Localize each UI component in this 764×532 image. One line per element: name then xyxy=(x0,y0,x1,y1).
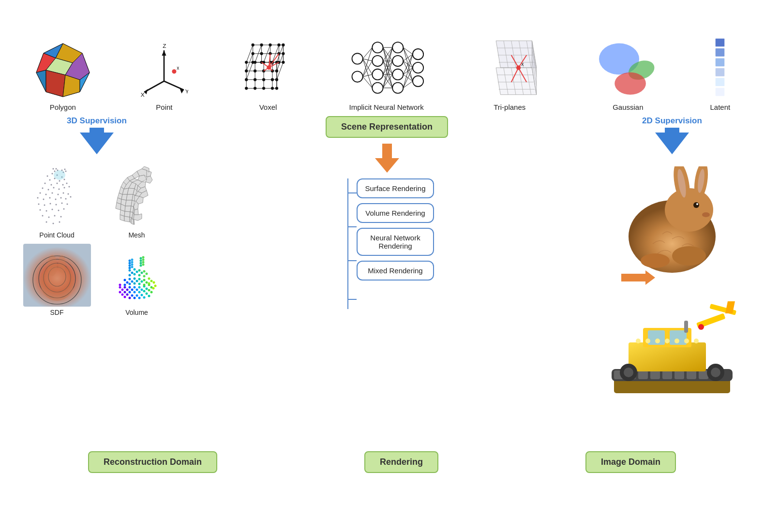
svg-point-307 xyxy=(126,289,128,291)
svg-point-208 xyxy=(65,198,66,200)
svg-point-219 xyxy=(58,210,59,211)
svg-point-170 xyxy=(614,73,646,95)
svg-point-75 xyxy=(254,78,256,81)
svg-point-335 xyxy=(152,281,155,284)
svg-point-53 xyxy=(282,44,285,46)
svg-text:X: X xyxy=(141,91,145,98)
point-label: Point xyxy=(156,103,172,111)
svg-point-222 xyxy=(48,217,49,218)
svg-point-304 xyxy=(123,296,126,298)
svg-point-70 xyxy=(254,70,256,73)
svg-marker-14 xyxy=(162,50,166,56)
svg-point-294 xyxy=(47,255,57,276)
svg-point-327 xyxy=(145,288,148,290)
svg-point-309 xyxy=(126,294,128,296)
svg-point-210 xyxy=(38,204,39,205)
svg-point-193 xyxy=(53,187,54,189)
svg-point-218 xyxy=(51,209,53,210)
svg-point-188 xyxy=(56,183,58,184)
reconstruction-domain-box: Reconstruction Domain xyxy=(88,451,217,473)
svg-point-236 xyxy=(54,170,65,180)
svg-point-373 xyxy=(131,261,133,264)
polygon-icon xyxy=(34,41,92,99)
svg-point-344 xyxy=(133,278,135,280)
svg-marker-6 xyxy=(36,70,46,92)
svg-point-73 xyxy=(275,70,278,73)
center-col: Scene Representation Surface Rendering xyxy=(319,116,455,314)
svg-line-112 xyxy=(362,74,372,77)
svg-point-330 xyxy=(148,295,150,297)
svg-point-315 xyxy=(133,297,135,299)
svg-point-322 xyxy=(140,289,143,291)
svg-point-179 xyxy=(51,173,53,175)
svg-point-54 xyxy=(251,52,254,55)
svg-point-55 xyxy=(260,52,263,55)
svg-point-349 xyxy=(138,283,140,285)
svg-rect-176 xyxy=(716,88,725,96)
svg-marker-281 xyxy=(134,214,142,221)
svg-point-216 xyxy=(39,209,41,211)
point-cloud-image xyxy=(23,166,91,229)
svg-point-422 xyxy=(655,339,660,343)
svg-point-325 xyxy=(143,296,145,299)
svg-point-378 xyxy=(139,262,142,265)
rendered-lego-icon xyxy=(604,294,740,400)
neural-label: Implicit Neural Network xyxy=(349,103,424,111)
latent-item: Latent xyxy=(710,36,730,111)
svg-point-201 xyxy=(62,192,64,194)
svg-point-396 xyxy=(693,202,699,208)
svg-point-98 xyxy=(372,83,383,93)
polygon-label: Polygon xyxy=(50,103,76,111)
svg-point-195 xyxy=(63,187,65,189)
svg-marker-271 xyxy=(116,203,121,210)
svg-point-431 xyxy=(698,324,704,330)
arrow-3d-icon xyxy=(73,128,121,157)
svg-point-182 xyxy=(49,179,50,181)
supervision-3d-label: 3D Supervision xyxy=(67,116,127,126)
svg-point-358 xyxy=(128,274,131,277)
svg-point-199 xyxy=(51,192,53,194)
svg-rect-410 xyxy=(687,370,696,379)
svg-point-215 xyxy=(66,204,68,205)
svg-line-107 xyxy=(362,59,372,61)
svg-point-58 xyxy=(282,52,285,55)
triplanes-label: Tri-planes xyxy=(494,103,525,111)
svg-point-190 xyxy=(66,183,67,184)
svg-point-63 xyxy=(282,61,285,64)
svg-point-376 xyxy=(139,257,142,260)
svg-point-398 xyxy=(702,212,710,217)
sdf-label: SDF xyxy=(50,309,64,316)
svg-point-420 xyxy=(636,339,641,343)
svg-point-189 xyxy=(62,184,63,186)
volume-item: Volume xyxy=(99,244,174,316)
svg-point-357 xyxy=(131,272,133,274)
svg-point-369 xyxy=(128,262,131,265)
svg-point-356 xyxy=(128,269,131,272)
svg-point-202 xyxy=(67,193,69,195)
supervision-2d-label: 2D Supervision xyxy=(642,116,702,126)
mesh-label: Mesh xyxy=(128,231,145,239)
svg-point-367 xyxy=(143,275,145,278)
svg-point-79 xyxy=(245,87,248,89)
svg-point-196 xyxy=(68,186,70,188)
svg-rect-432 xyxy=(684,321,688,333)
svg-point-353 xyxy=(148,278,150,280)
svg-point-213 xyxy=(55,204,57,206)
mixed-rendering-box: Mixed Rendering xyxy=(357,261,434,281)
svg-marker-15 xyxy=(144,89,148,94)
svg-rect-299 xyxy=(103,244,171,307)
svg-point-186 xyxy=(44,183,45,184)
svg-point-340 xyxy=(123,284,126,286)
svg-rect-411 xyxy=(699,370,708,379)
svg-point-234 xyxy=(64,169,65,170)
svg-point-198 xyxy=(45,194,46,195)
svg-point-301 xyxy=(121,289,123,291)
orange-shaft xyxy=(382,144,392,158)
scene-representation-box: Scene Representation xyxy=(326,116,448,138)
svg-point-347 xyxy=(138,278,140,281)
svg-point-379 xyxy=(139,265,142,267)
svg-point-225 xyxy=(45,222,47,223)
svg-point-314 xyxy=(131,295,133,297)
axes-icon: Y Z X x xyxy=(140,41,188,99)
orange-head xyxy=(375,158,399,173)
